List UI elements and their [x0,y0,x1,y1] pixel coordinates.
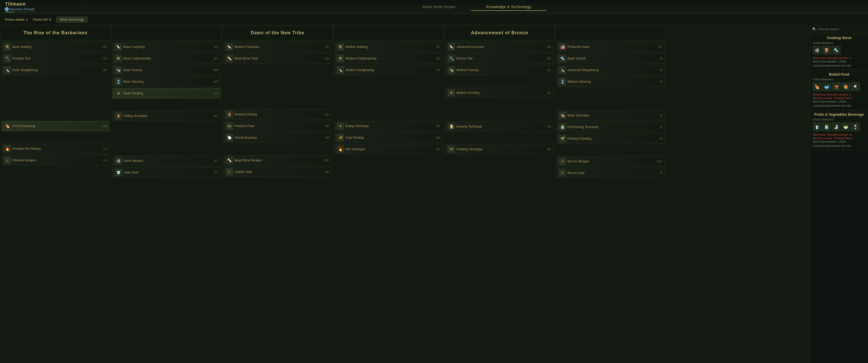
tech-item-leather-gear[interactable]: 🛡Leather Gear0/4 [223,167,331,177]
search-box[interactable]: 🔍 [810,25,868,33]
tech-item-name: Medium Craftsmanship [345,57,435,60]
tech-item-progress: 0/ [660,57,662,60]
tech-item-empty-5-5 [557,99,664,109]
tech-item-beast-bone-weapon[interactable]: 🦴Beast Bone Weapon0/10 [223,155,331,165]
tech-item-name: Drying Technique [345,124,435,128]
tech-item-empty-1-5 [113,100,220,109]
tech-item-name: Brewing Technique [457,125,546,128]
tech-item-medium-slaughtering[interactable]: 🔪Medium Slaughtering0/1 [335,65,442,75]
tech-item-empty-0-5 [1,99,109,108]
col-header-3: Dawn of the New Tribe [222,25,333,40]
tech-item-progress: 0/ [660,171,662,174]
tech-item-medium-weaving[interactable]: 🧵Medium Weaving0/ [557,77,664,87]
main-content: The Rise of the Barbarians Dawn of the N… [0,25,868,363]
tech-item-advanced-carpentry[interactable]: 🪚Advanced Carpentry0/5 [445,42,553,52]
tech-item-empty-4-8 [445,133,553,143]
tech-item-medium-craftsmanship[interactable]: 🛠Medium Craftsmanship0/2 [335,54,442,64]
tech-columns: 🏗Basic Building6/6🔨Primitive Tool5/5🔪Bas… [0,40,810,179]
tech-icon-4-1: 🔧 [448,55,455,62]
tech-item-medium-carpentry[interactable]: 🪚Medium Carpentry0/2 [223,42,331,52]
tech-item-name: Primitive Weapon [12,159,102,162]
tech-item-basic-carpentry[interactable]: 🪚Basic Carpentry0/3 [113,42,220,52]
tech-icon-5-6: 🎭 [559,112,566,119]
tech-item-premium-planting[interactable]: 🌱Premium Planting0/ [557,134,664,144]
tech-item-basic-tannery[interactable]: 🐄Basic Tannery0/5 [113,65,220,75]
tech-item-potting-technique[interactable]: 🏺Potting Technique0/2 [113,111,220,121]
tech-item-primitive-fire-making[interactable]: 🔥Primitive Fire Making1/1 [1,144,109,154]
reset-technology-button[interactable]: Reset Technology [56,16,88,23]
blueprint-item-icon-2-1: 🫙 [822,123,831,131]
blueprint-learn-status: Learning requirements not met. [813,64,866,67]
tech-item-advanced-slaughtering[interactable]: 🔪Advanced Slaughtering0/ [557,65,664,75]
tech-item-stone-weapon[interactable]: 🪨Stone Weapon0/7 [113,156,220,166]
tech-icon-5-11: 🛡 [559,169,566,176]
tech-icon-0-2: 🔪 [4,67,11,74]
tech-item-beast-bone-tools[interactable]: 🦴Beast Bone Tools0/4 [223,54,331,64]
tech-item-progress: 0/1 [214,57,218,60]
tech-item-basic-slaughtering[interactable]: 🔪Basic Slaughtering0/5 [1,65,109,75]
tech-item-name: Beast Bone Weapon [235,159,322,162]
tech-item-empty-4-6 [445,110,553,120]
tech-item-premium-food[interactable]: 🍽Premium Food0/2 [223,121,331,131]
tech-item-medium-building[interactable]: 🏗Medium Building0/7 [335,42,442,52]
tech-item-primitive-weapon[interactable]: ⚔Primitive Weapon4/4 [1,155,109,165]
tech-item-bronze-gear[interactable]: 🛡Bronze Gear0/ [557,168,664,178]
player-info: Tillmann Awareness Strength [0,0,86,14]
tech-item-name: Smelting Technique [457,147,546,151]
tech-item-medium-tannery[interactable]: 🐄Medium Tannery0/1 [445,65,553,75]
tech-item-basic-craftsmanship[interactable]: 🛠Basic Craftsmanship0/1 [113,54,220,64]
blueprint-item-icon-1-0: 🍖 [813,82,821,91]
tech-item-brewing-technique[interactable]: 🍺Brewing Technique0/4 [445,122,553,132]
tech-item-premium-potting[interactable]: 🏺Premium Potting0/1 [223,109,331,120]
tech-item-kiln-technique[interactable]: 🔥Kiln Technique0/2 [335,144,442,154]
blueprint-item-icon-0-0: 🪨 [813,46,821,55]
tech-icon-3-7: ☀ [337,123,344,130]
tech-item-progress: 6/6 [103,45,107,48]
tech-item-progress: 0/2 [436,57,440,60]
tech-item-progress: 0/2 [436,148,440,151]
tech-item-progress: 0/1 [325,113,329,116]
tech-item-progress: 0/5 [436,136,440,139]
tech-item-production-base[interactable]: 🏭Production Base0/7 [557,42,664,52]
tech-item-linen-gear[interactable]: 👕Linen Gear0/2 [113,167,220,177]
tech-item-smelting-technique[interactable]: ⚒Smelting Technique0/2 [445,144,553,154]
tech-icon-2-6: 🏺 [226,111,233,118]
tech-item-bronze-weapon[interactable]: ⚔Bronze Weapon0/12 [557,156,664,166]
tech-item-name: Basic Craftsmanship [123,57,213,60]
tech-item-drying-technique[interactable]: ☀Drying Technique0/2 [335,121,442,131]
tech-icon-2-10: 🦴 [226,157,233,164]
tech-icon-3-1: 🛠 [337,55,344,62]
tech-item-food-processing[interactable]: 🍖Food Processing0/3 [1,121,109,131]
tech-item-basic-building[interactable]: 🏗Basic Building6/6 [1,42,109,52]
tech-item-basic-grinding[interactable]: ⚙Basic Grinding1/3 [113,88,220,98]
tech-item-bronze-tool[interactable]: 🔧Bronze Tool0/5 [445,54,553,64]
tech-item-progress: 5/5 [103,57,107,60]
tech-item-primitive-tool[interactable]: 🔨Primitive Tool5/5 [1,54,109,64]
tech-item-animal-breeding[interactable]: 🐑Animal Breeding0/3 [223,133,331,143]
tech-column-2: 🪚Basic Carpentry0/3🛠Basic Craftsmanship0… [111,40,222,179]
tech-item-crop-planting[interactable]: 🌾Crop Planting0/5 [335,133,442,143]
tech-item-progress: 0/ [660,114,662,117]
tech-item-progress: 0/4 [547,125,551,128]
tech-item-name: Animal Breeding [235,136,324,139]
tech-item-basic-weaving[interactable]: 🧵Basic Weaving0/3 [113,77,220,87]
tech-item-mask-technique[interactable]: 🎭Mask Technique0/ [557,110,664,121]
tech-item-empty-0-4 [1,88,109,97]
tech-icon-1-11: 👕 [115,169,122,176]
tech-tree-area[interactable]: The Rise of the Barbarians Dawn of the N… [0,25,810,363]
tech-item-name: Basic Uncraft [567,57,658,60]
search-icon: 🔍 [812,27,816,31]
tech-item-medium-grinding[interactable]: ⚙Medium Grinding0/1 [445,88,553,98]
toolbar: Points added: 1 Points left: 9 Reset Tec… [0,14,868,25]
tech-item-name: Oil Pressing Technique [567,125,658,129]
tab-mask-node-repair[interactable]: Mask Node Repair [407,3,471,11]
tech-item-basic-uncraft[interactable]: 🔩Basic Uncraft0/ [557,54,664,64]
tech-column-4: 🏗Medium Building0/7🛠Medium Craftsmanship… [333,40,444,179]
tech-item-progress: 0/1 [436,69,440,72]
tab-knowledge-technology[interactable]: Knowledge & Technology [471,3,547,11]
tech-item-oil-pressing-technique[interactable]: 🫙Oil Pressing Technique0/ [557,122,664,132]
col-header-6 [555,25,666,40]
search-input[interactable] [818,28,866,31]
tech-icon-3-9: 🔥 [337,146,344,153]
tech-icon-0-10: ⚔ [4,157,11,164]
